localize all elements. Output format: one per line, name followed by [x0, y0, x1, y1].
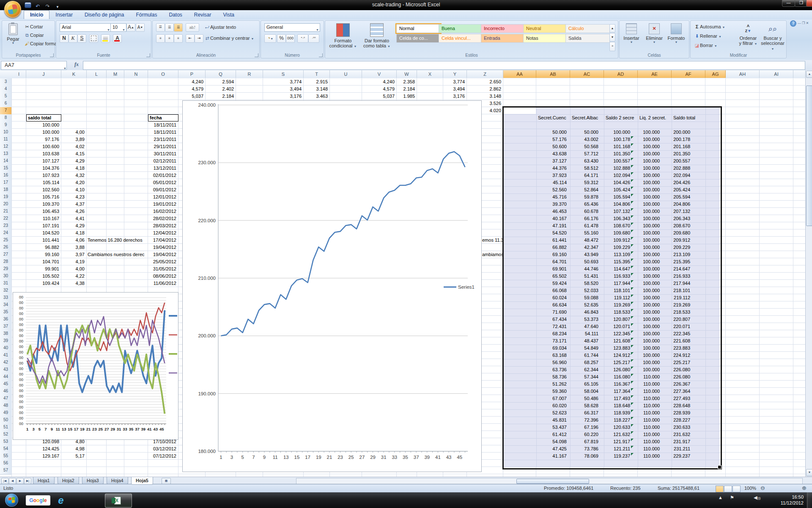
row-header-5[interactable]: 5	[0, 93, 12, 100]
row-header-47[interactable]: 47	[0, 395, 12, 403]
row-header-12[interactable]: 12	[0, 143, 12, 151]
row-header-46[interactable]: 46	[0, 388, 12, 395]
row-header-4[interactable]: 4	[0, 86, 12, 93]
row-header-33[interactable]: 33	[0, 294, 12, 302]
cell-O19[interactable]: 12/01/2012	[149, 193, 176, 201]
align-center-button[interactable]: ≡	[165, 34, 174, 43]
cell-K21[interactable]: 4,26	[62, 208, 85, 215]
align-bottom-button[interactable]: ☰	[174, 23, 183, 32]
cell-J25[interactable]: 101.441	[27, 237, 59, 244]
cell-O31[interactable]: 11/06/2012	[149, 280, 176, 287]
cell-O54[interactable]: 03/12/2012	[149, 445, 176, 453]
cell-O16[interactable]: 02/01/2012	[149, 172, 176, 179]
row-header-15[interactable]: 15	[0, 165, 12, 172]
tab-vista[interactable]: Vista	[217, 11, 240, 19]
cell-K22[interactable]: 4,41	[62, 215, 85, 222]
cell-K20[interactable]: 4,37	[62, 201, 85, 208]
insert-cells-button[interactable]: Insertar▼	[620, 22, 642, 53]
column-header-I[interactable]: I	[12, 70, 26, 78]
column-header-S[interactable]: S	[263, 70, 304, 78]
horizontal-scroll-thumb[interactable]	[516, 479, 589, 484]
cell-J28[interactable]: 104.701	[27, 258, 59, 265]
grow-font-button[interactable]: A▲	[126, 23, 135, 32]
tab-datos[interactable]: Datos	[163, 11, 188, 19]
column-header-AA[interactable]: AA	[503, 70, 536, 78]
column-header-P[interactable]: P	[178, 70, 206, 78]
cell-J14[interactable]: 107.127	[27, 157, 59, 165]
clear-button[interactable]: ◪Borrar ▼	[694, 43, 717, 48]
cell-K15[interactable]: 4,18	[62, 165, 85, 172]
cell-O25[interactable]: 17/04/2012	[149, 237, 176, 244]
cell-K28[interactable]: 4,19	[62, 258, 85, 265]
row-header-55[interactable]: 55	[0, 453, 12, 460]
help-icon[interactable]: ?	[790, 20, 796, 27]
cell-O8[interactable]: fecha	[148, 114, 178, 121]
prev-sheet-icon[interactable]: ◀	[9, 478, 16, 484]
delete-cells-button[interactable]: ✕ Eliminar▼	[643, 22, 665, 53]
sheet-tab-hoja1[interactable]: Hoja1	[33, 477, 55, 484]
style-chip-celdadeco[interactable]: Celda de co...	[396, 34, 441, 43]
cell-V5[interactable]: 5,037	[363, 93, 395, 100]
cell-K18[interactable]: 4,10	[62, 186, 85, 193]
row-header-11[interactable]: 11	[0, 136, 12, 144]
cell-O55[interactable]: 07/12/2012	[149, 453, 176, 460]
conditional-formatting-button[interactable]: Formatocondicional ▼	[327, 22, 359, 53]
column-header-V[interactable]: V	[362, 70, 397, 78]
last-sheet-icon[interactable]: ▶|	[24, 478, 31, 484]
save-icon[interactable]	[24, 1, 32, 8]
workbook-window-controls[interactable]: — ❐ ✕	[798, 21, 810, 26]
row-header-42[interactable]: 42	[0, 359, 12, 367]
increase-indent-button[interactable]: ⇥	[195, 34, 203, 43]
dialog-launcher[interactable]	[319, 53, 323, 57]
scroll-down-icon[interactable]: ▼	[806, 469, 812, 476]
dialog-launcher[interactable]	[255, 53, 258, 57]
cell-Y5[interactable]: 3,176	[444, 93, 465, 100]
fill-handle[interactable]	[718, 465, 721, 469]
sort-filter-button[interactable]: AZ▼ Ordenary filtrar ▼	[736, 22, 760, 53]
page-layout-view-icon[interactable]	[724, 486, 732, 492]
merge-center-button[interactable]: ⇄Combinar y centrar ▼	[204, 36, 254, 41]
fill-button[interactable]: ⬇Rellenar ▼	[694, 33, 721, 39]
redo-icon[interactable]: ↷	[44, 3, 52, 10]
cell-O26[interactable]: 19/04/2012	[149, 244, 176, 251]
cell-O24[interactable]: 12/04/2012	[149, 229, 176, 237]
cell-T3[interactable]: 2.915	[304, 78, 328, 86]
cell-O12[interactable]: 29/11/2011	[149, 143, 176, 150]
cell-O15[interactable]: 13/12/2011	[149, 165, 176, 172]
column-header-T[interactable]: T	[304, 70, 330, 78]
column-header-X[interactable]: X	[417, 70, 443, 78]
row-header-29[interactable]: 29	[0, 265, 12, 273]
cell-Z4[interactable]: 2.862	[468, 86, 501, 93]
shrink-font-button[interactable]: A▼	[136, 23, 145, 32]
cell-J23[interactable]: 107.191	[27, 222, 59, 229]
column-header-K[interactable]: K	[61, 70, 87, 78]
row-header-39[interactable]: 39	[0, 337, 12, 345]
minimize-button[interactable]: —	[782, 0, 795, 7]
cell-K29[interactable]: 4,00	[62, 265, 85, 273]
row-header-54[interactable]: 54	[0, 445, 12, 453]
row-header-8[interactable]: 8	[0, 114, 12, 122]
row-header-20[interactable]: 20	[0, 201, 12, 208]
action-center-flag-icon[interactable]: ⚑	[730, 495, 734, 508]
cell-J22[interactable]: 110.167	[27, 215, 59, 222]
cell-V3[interactable]: 4,240	[363, 78, 395, 86]
next-sheet-icon[interactable]: ▶	[16, 478, 24, 484]
column-header-AE[interactable]: AE	[638, 70, 672, 78]
row-header-41[interactable]: 41	[0, 352, 12, 359]
orientation-button[interactable]: ab⤴	[186, 23, 199, 32]
cell-K19[interactable]: 4,23	[62, 193, 85, 201]
row-header-40[interactable]: 40	[0, 345, 12, 352]
cell-T5[interactable]: 3.463	[304, 93, 328, 100]
cell-O14[interactable]: 02/12/2011	[149, 157, 176, 165]
sheet-tab-hoja2[interactable]: Hoja2	[58, 477, 79, 484]
column-header-AB[interactable]: AB	[536, 70, 570, 78]
row-header-24[interactable]: 24	[0, 229, 12, 237]
row-header-52[interactable]: 52	[0, 431, 12, 439]
column-header-AF[interactable]: AF	[672, 70, 705, 78]
fill-color-button[interactable]	[101, 34, 110, 43]
taskbar-google-widget[interactable]: Google	[26, 495, 50, 505]
dialog-launcher[interactable]	[50, 53, 54, 57]
row-header-34[interactable]: 34	[0, 301, 12, 309]
cell-J18[interactable]: 102.560	[27, 186, 59, 193]
cell-J21[interactable]: 106.453	[27, 208, 59, 215]
